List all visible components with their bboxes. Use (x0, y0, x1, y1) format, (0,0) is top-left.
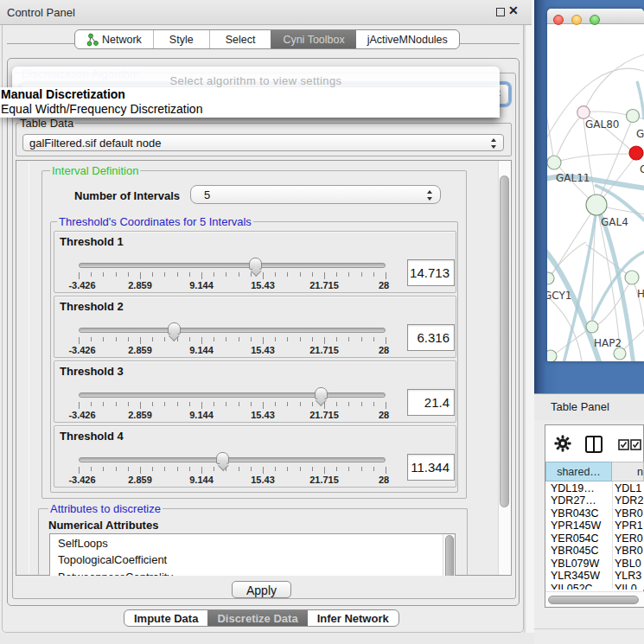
slider-tick (348, 467, 349, 471)
tab-discretize-data[interactable]: Discretize Data (207, 610, 307, 626)
threshold-value-field[interactable]: 6.316 (407, 324, 455, 351)
cell-shared-name: YIL052C (551, 583, 593, 590)
slider-scale-label: 9.144 (189, 345, 214, 355)
attribute-list-item[interactable]: SelfLoops (58, 537, 108, 550)
list-scrollbar-thumb[interactable] (445, 535, 454, 576)
close-icon[interactable]: ✕ (508, 3, 519, 17)
node-gal4 (586, 194, 607, 215)
slider-tick (373, 272, 374, 277)
slider-track[interactable] (79, 263, 386, 268)
slider-scale-label: 28 (379, 410, 389, 420)
tab-impute-data[interactable]: Impute Data (124, 610, 207, 626)
float-window-icon[interactable] (496, 8, 505, 16)
table-data-value: galFiltered.sif default node (29, 137, 161, 150)
slider-tick (263, 467, 264, 474)
table-row[interactable]: YBL079WYBL0 (545, 558, 644, 571)
cell-name: YBL0 (615, 558, 641, 570)
node-hap2 (586, 321, 598, 333)
zoom-traffic-light[interactable] (590, 15, 600, 25)
slider-thumb[interactable] (168, 322, 181, 335)
tab-cyni-toolbox[interactable]: Cyni Toolbox (271, 30, 355, 48)
apply-button[interactable]: Apply (232, 581, 291, 598)
slider-track[interactable] (79, 457, 386, 462)
slider-tick (79, 467, 80, 474)
network-window-titlebar[interactable] (547, 9, 644, 24)
cell-shared-name: YDR27… (551, 494, 596, 507)
slider-scale-label: -3.426 (68, 345, 95, 355)
table-row[interactable]: YIL052CYIL0 (545, 583, 644, 590)
table-header: shared… na (545, 462, 644, 481)
table-row[interactable]: YLR345WYLR3 (545, 570, 644, 583)
threshold-panel-3: Threshold 3 -3.4262.8599.14415.4321.7152… (54, 360, 456, 423)
node (627, 110, 640, 123)
columns-icon[interactable] (585, 436, 603, 453)
checkbox-icon[interactable] (630, 439, 641, 450)
threshold-value-field[interactable]: 21.4 (407, 389, 455, 416)
slider-tick (189, 402, 190, 406)
numerical-attributes-list[interactable]: SelfLoopsTopologicalCoefficientBetweenne… (49, 533, 456, 576)
attribute-list-item[interactable]: BetweennessCentrality (58, 571, 173, 576)
tab-network[interactable]: Network (75, 30, 153, 48)
slider-tick (214, 337, 214, 341)
slider-tick (226, 467, 226, 471)
dropdown-item-equal-width[interactable]: Equal Width/Frequency Discretization (1, 102, 202, 116)
close-traffic-light[interactable] (553, 15, 564, 25)
numerical-attributes-label: Numerical Attributes (48, 519, 158, 532)
table-row[interactable]: YBR043CYBR0 (545, 507, 644, 520)
slider-thumb[interactable] (315, 387, 328, 399)
control-panel-titlebar (0, 0, 532, 25)
slider-track[interactable] (79, 392, 386, 398)
slider-tick (300, 467, 301, 471)
network-view-window[interactable]: GAL80 GA GAL11 C GAL4 GCY1 H HAP2 (547, 9, 644, 361)
tab-infer-network[interactable]: Infer Network (308, 610, 399, 626)
table-row[interactable]: YPR145WYPR1 (545, 520, 644, 532)
table-hscrollbar[interactable] (545, 591, 644, 607)
threshold-value-field[interactable]: 14.713 (407, 259, 455, 286)
table-hscrollbar-thumb[interactable] (548, 596, 639, 604)
column-divider (612, 481, 613, 589)
number-of-intervals-combobox[interactable] (190, 185, 441, 204)
column-header-shared[interactable]: shared… (545, 462, 612, 481)
gear-icon[interactable] (554, 435, 571, 452)
checkbox-icon[interactable] (618, 439, 629, 450)
slider-thumb[interactable] (216, 452, 229, 464)
threshold-label: Threshold 2 (60, 300, 124, 313)
panel-divider[interactable] (524, 0, 534, 644)
slider-tick (239, 337, 239, 341)
cell-name: YIL0 (615, 583, 637, 590)
node-label: GA (636, 128, 644, 140)
slider-track[interactable] (79, 328, 386, 333)
dropdown-item-manual-discretization[interactable]: Manual Discretization (1, 87, 125, 101)
tab-jactivemnodules[interactable]: jActiveMNodules (356, 30, 459, 48)
tab-select[interactable]: Select (209, 30, 271, 48)
slider-scale-label: 9.144 (189, 410, 214, 420)
network-canvas[interactable]: GAL80 GA GAL11 C GAL4 GCY1 H HAP2 (547, 25, 644, 361)
node-label: GAL80 (585, 118, 619, 131)
slider-tick (189, 337, 190, 341)
threshold-value-field[interactable]: 11.344 (407, 454, 455, 481)
interval-definition-label: Interval Definition (50, 164, 140, 177)
attribute-list-item[interactable]: TopologicalCoefficient (58, 553, 167, 566)
slider-tick (239, 467, 239, 471)
slider-tick (140, 402, 141, 409)
table-row[interactable]: YDL19…YDL1 (545, 482, 644, 495)
minimize-traffic-light[interactable] (571, 15, 582, 25)
tab-style[interactable]: Style (153, 30, 209, 48)
threshold-panel-2: Threshold 2 -3.4262.8599.14415.4321.7152… (54, 296, 456, 358)
slider-thumb[interactable] (249, 258, 262, 270)
node-label: HAP2 (594, 337, 622, 349)
settings-scrollbar-thumb[interactable] (500, 175, 509, 507)
list-scrollbar[interactable] (443, 534, 455, 576)
slider-tick (103, 402, 104, 406)
table-row[interactable]: YBR045CYBR0 (545, 545, 644, 558)
slider-tick (361, 402, 362, 406)
slider-scale-label: 21.715 (309, 280, 339, 290)
column-header-name[interactable]: na (612, 462, 644, 481)
slider-tick (373, 402, 374, 406)
table-row[interactable]: YDR27…YDR2 (545, 494, 644, 507)
slider-tick (361, 272, 362, 277)
slider-tick (251, 337, 252, 341)
slider-tick (164, 337, 165, 341)
cell-name: YBR0 (615, 545, 643, 557)
table-row[interactable]: YER054CYER0 (545, 532, 644, 545)
